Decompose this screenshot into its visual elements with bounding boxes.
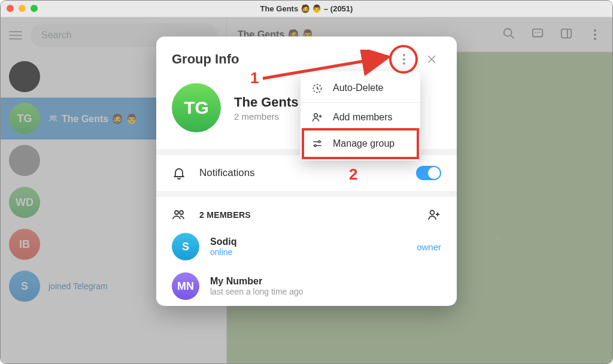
member-row[interactable]: MN My Number last seen a long time ago	[156, 266, 457, 306]
app-window: The Gents 🧔 👨 – (2051) Search TG	[0, 0, 613, 364]
menu-item-add-members[interactable]: Add members	[301, 104, 420, 131]
svg-point-8	[318, 141, 320, 142]
members-icon	[172, 208, 186, 222]
member-avatar: S	[172, 233, 199, 260]
mac-titlebar: The Gents 🧔 👨 – (2051)	[1, 1, 612, 17]
notifications-row[interactable]: Notifications	[156, 155, 457, 191]
modal-title: Group Info	[172, 51, 394, 67]
menu-item-label: Auto-Delete	[333, 83, 384, 93]
add-member-icon[interactable]	[427, 208, 441, 222]
menu-item-label: Add members	[333, 112, 393, 123]
svg-point-9	[314, 145, 316, 147]
modal-more-button[interactable]	[394, 50, 414, 69]
group-subtitle: 2 members	[234, 111, 299, 122]
notifications-label: Notifications	[199, 167, 403, 179]
menu-item-manage-group[interactable]: Manage group	[301, 131, 420, 157]
bell-icon	[172, 166, 186, 180]
member-avatar: MN	[172, 272, 199, 300]
divider	[156, 191, 457, 197]
svg-point-3	[175, 211, 178, 214]
timer-icon	[311, 82, 323, 94]
context-menu: Auto-Delete Add members Manage group	[301, 71, 420, 160]
member-name: My Number	[210, 276, 441, 287]
member-name: Sodiq	[210, 236, 406, 247]
add-user-icon	[311, 111, 323, 123]
members-header: 2 MEMBERS	[156, 197, 457, 227]
close-window-button[interactable]	[7, 5, 14, 12]
notifications-toggle[interactable]	[416, 166, 441, 180]
member-status: online	[210, 247, 406, 257]
traffic-lights	[7, 5, 38, 12]
modal-header: Group Info	[156, 37, 457, 72]
minimize-window-button[interactable]	[19, 5, 26, 12]
member-row[interactable]: S Sodiq online owner	[156, 227, 457, 266]
close-icon	[426, 54, 437, 65]
member-role: owner	[417, 242, 441, 252]
menu-item-label: Manage group	[333, 138, 394, 149]
member-status: last seen a long time ago	[210, 287, 441, 296]
maximize-window-button[interactable]	[31, 5, 38, 12]
svg-point-7	[314, 114, 318, 117]
window-title: The Gents 🧔 👨 – (2051)	[260, 4, 353, 13]
members-count-label: 2 MEMBERS	[199, 210, 414, 220]
group-name: The Gents	[234, 95, 299, 110]
svg-point-4	[180, 211, 183, 214]
svg-point-5	[430, 211, 435, 215]
group-avatar[interactable]: TG	[172, 83, 221, 132]
menu-item-auto-delete[interactable]: Auto-Delete	[301, 75, 420, 101]
modal-close-button[interactable]	[422, 50, 441, 69]
sliders-icon	[311, 138, 323, 150]
menu-divider	[301, 102, 420, 103]
